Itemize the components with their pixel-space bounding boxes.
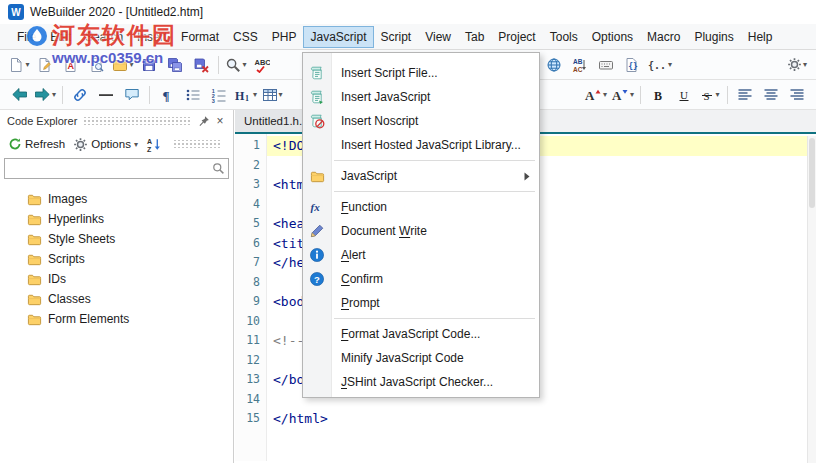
- font-decrease-button[interactable]: A▾: [609, 83, 636, 107]
- bold-button[interactable]: B: [645, 83, 671, 107]
- toolbar-separator: [62, 86, 63, 104]
- open-folder-button[interactable]: ▾: [110, 53, 136, 77]
- menu-script[interactable]: Script: [374, 26, 419, 48]
- gear-icon: [73, 137, 88, 152]
- save-close-button[interactable]: [188, 53, 214, 77]
- tree-item-scripts[interactable]: Scripts: [0, 249, 233, 269]
- tree-item-images[interactable]: Images: [0, 189, 233, 209]
- menu-plugins[interactable]: Plugins: [687, 26, 740, 48]
- underline-icon: U: [677, 87, 691, 103]
- menu-javascript[interactable]: JavaScript: [303, 26, 373, 48]
- explorer-search-box: [4, 158, 229, 179]
- font-increase-button[interactable]: A▾: [582, 83, 609, 107]
- tree-item-style-sheets[interactable]: Style Sheets: [0, 229, 233, 249]
- menu-css[interactable]: CSS: [226, 26, 265, 48]
- list-ul-icon: [185, 87, 201, 103]
- refresh-button[interactable]: Refresh: [5, 135, 68, 153]
- menu-item-confirm[interactable]: ?Confirm: [303, 267, 539, 291]
- gear-icon: [787, 57, 802, 72]
- align-right-button[interactable]: [784, 83, 810, 107]
- hr-button[interactable]: [93, 83, 119, 107]
- table-button[interactable]: ▾: [259, 83, 285, 107]
- menu-edit[interactable]: Edit: [43, 26, 78, 48]
- gear-button[interactable]: ▾: [784, 53, 810, 77]
- menu-options[interactable]: Options: [585, 26, 640, 48]
- sort-az-icon: AZ: [146, 137, 162, 152]
- align-center-button[interactable]: [758, 83, 784, 107]
- editor-scrollbar[interactable]: [807, 136, 816, 463]
- pilcrow-button[interactable]: ¶: [154, 83, 180, 107]
- menu-item-insert-javascript[interactable]: Insert JavaScript: [303, 85, 539, 109]
- panel-grip[interactable]: [83, 117, 190, 125]
- tree-item-hyperlinks[interactable]: Hyperlinks: [0, 209, 233, 229]
- menu-file[interactable]: File: [10, 26, 43, 48]
- back-button[interactable]: [6, 83, 32, 107]
- menu-insert[interactable]: Insert: [130, 26, 174, 48]
- menu-macro[interactable]: Macro: [640, 26, 687, 48]
- svg-text:AB: AB: [573, 58, 583, 65]
- code-line[interactable]: 15</html>: [235, 409, 816, 429]
- scrollbar-thumb[interactable]: [809, 138, 815, 208]
- options-button[interactable]: Options ▾: [70, 135, 141, 154]
- list-ul-button[interactable]: [180, 83, 206, 107]
- tree-item-form-elements[interactable]: Form Elements: [0, 309, 233, 329]
- dropdown-arrow-icon: ▾: [668, 60, 672, 69]
- webuilder-window: W WeBuilder 2020 - [Untitled2.htm] FileE…: [0, 0, 816, 463]
- save-all-button[interactable]: [162, 53, 188, 77]
- question-icon: ?: [309, 271, 325, 287]
- menu-help[interactable]: Help: [741, 26, 780, 48]
- svg-text:¶: ¶: [163, 87, 170, 102]
- search-input[interactable]: [5, 159, 208, 178]
- menu-separator: [334, 160, 535, 161]
- menu-search[interactable]: Search: [78, 26, 130, 48]
- menu-item-document-write[interactable]: Document Write: [303, 219, 539, 243]
- spell-check-button[interactable]: ABC: [249, 53, 275, 77]
- menu-project[interactable]: Project: [491, 26, 542, 48]
- menu-item-insert-hosted-javascript-library[interactable]: Insert Hosted JavaScript Library...: [303, 133, 539, 157]
- sort-button[interactable]: AZ: [143, 135, 165, 154]
- text-replace-button[interactable]: ABAC: [567, 53, 593, 77]
- keyboard-button[interactable]: [593, 53, 619, 77]
- page-preview-button[interactable]: [84, 53, 110, 77]
- save-icon: [141, 57, 157, 73]
- tree-item-ids[interactable]: IDs: [0, 269, 233, 289]
- code-braces-button[interactable]: {...}▾: [645, 53, 674, 77]
- close-icon[interactable]: ×: [212, 113, 228, 129]
- menu-item-prompt[interactable]: Prompt: [303, 291, 539, 315]
- search-button[interactable]: ▾: [223, 53, 249, 77]
- link-button[interactable]: [67, 83, 93, 107]
- menu-item-insert-noscript[interactable]: Insert Noscript: [303, 109, 539, 133]
- menu-item-label: Minify JavaScript Code: [341, 351, 464, 365]
- heading-button[interactable]: H1▾: [232, 83, 259, 107]
- menu-tab[interactable]: Tab: [458, 26, 491, 48]
- menu-php[interactable]: PHP: [265, 26, 304, 48]
- menu-item-function[interactable]: fxFunction: [303, 195, 539, 219]
- underline-button[interactable]: U: [671, 83, 697, 107]
- align-left-button[interactable]: [732, 83, 758, 107]
- snippets-button[interactable]: {}: [619, 53, 645, 77]
- menu-item-jshint-javascript-checker[interactable]: JSHint JavaScript Checker...: [303, 370, 539, 394]
- browser-button[interactable]: [541, 53, 567, 77]
- menu-item-insert-script-file[interactable]: Insert Script File...: [303, 61, 539, 85]
- menu-item-minify-javascript-code[interactable]: Minify JavaScript Code: [303, 346, 539, 370]
- menu-tools[interactable]: Tools: [543, 26, 585, 48]
- menu-format[interactable]: Format: [174, 26, 226, 48]
- new-from-template-button[interactable]: A: [58, 53, 84, 77]
- new-document-button[interactable]: ▾: [6, 53, 32, 77]
- code-explorer-title: Code Explorer: [7, 115, 77, 127]
- javascript-menu-popup: Insert Script File...Insert JavaScriptIn…: [302, 52, 540, 398]
- svg-text:Z: Z: [147, 145, 152, 151]
- pin-icon[interactable]: [196, 113, 212, 129]
- save-button[interactable]: [136, 53, 162, 77]
- tree-item-classes[interactable]: Classes: [0, 289, 233, 309]
- edit-document-button[interactable]: [32, 53, 58, 77]
- menu-item-alert[interactable]: Alert: [303, 243, 539, 267]
- menu-item-javascript[interactable]: JavaScript: [303, 164, 539, 188]
- forward-button[interactable]: ▾: [32, 83, 58, 107]
- comment-button[interactable]: [119, 83, 145, 107]
- strike-button[interactable]: S▾: [697, 83, 723, 107]
- list-ol-button[interactable]: 123: [206, 83, 232, 107]
- menu-view[interactable]: View: [418, 26, 458, 48]
- menu-item-format-javascript-code[interactable]: Format JavaScript Code...: [303, 322, 539, 346]
- align-center-icon: [763, 87, 779, 103]
